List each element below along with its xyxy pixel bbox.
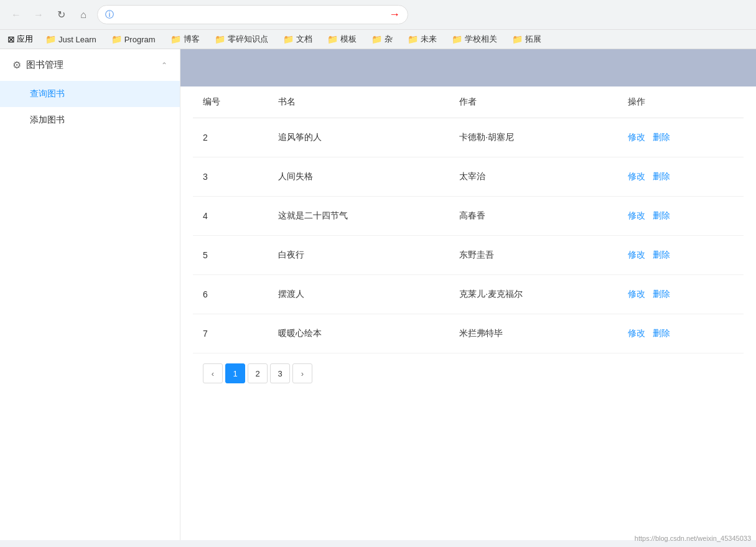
cell-title: 暖暖心绘本 [268,314,449,353]
table-body: 2追风筝的人卡德勒·胡塞尼修改删除3人间失格太宰治修改删除4这就是二十四节气高春… [193,118,744,353]
col-header-title: 书名 [268,86,449,118]
sidebar-highlight: 查询图书 [0,81,180,107]
cell-action: 修改删除 [618,236,744,275]
bookmark-docs[interactable]: 📁 文档 [281,32,315,46]
cell-action: 修改删除 [618,275,744,314]
main-header [180,49,756,86]
home-button[interactable]: ⌂ [75,6,92,24]
cell-title: 白夜行 [268,236,449,275]
edit-button[interactable]: 修改 [628,171,645,181]
bookmark-just-learn[interactable]: 📁 Just Learn [43,33,99,45]
browser-chrome: ← → ↻ ⌂ ⓘ localhost:8080/bookManage → ⊠ … [0,0,756,49]
cell-action: 修改删除 [618,197,744,236]
cell-id: 4 [193,197,268,236]
cell-title: 这就是二十四节气 [268,197,449,236]
folder-icon-1: 📁 [111,34,122,44]
bookmark-label-0: Just Learn [58,35,96,44]
next-page-button[interactable]: › [292,363,312,383]
table-header-row: 编号 书名 作者 操作 [193,86,744,118]
folder-icon-2: 📁 [170,34,181,44]
sidebar-menu-label: 图书管理 [26,59,63,71]
col-header-id: 编号 [193,86,268,118]
table-row: 2追风筝的人卡德勒·胡塞尼修改删除 [193,118,744,157]
main-content: 编号 书名 作者 操作 2追风筝的人卡德勒·胡塞尼修改删除3人间失格太宰治修改删… [180,49,756,540]
delete-button[interactable]: 删除 [653,328,670,338]
prev-page-button[interactable]: ‹ [203,363,223,383]
page-1-button[interactable]: 1 [225,363,245,383]
folder-icon-5: 📁 [327,34,338,44]
sidebar-add-label: 添加图书 [30,115,65,124]
sidebar-item-query-book[interactable]: 查询图书 [0,81,180,107]
apps-label: 应用 [17,34,33,45]
cell-author: 高春香 [449,197,618,236]
bookmark-label-3: 零碎知识点 [228,34,268,45]
url-input[interactable]: localhost:8080/bookManage [118,10,385,20]
table-row: 6摆渡人克莱儿·麦克福尔修改删除 [193,275,744,314]
col-header-action: 操作 [618,86,744,118]
bookmark-apps: ⊠ 应用 [7,34,33,45]
page-2-button[interactable]: 2 [248,363,268,383]
sidebar-query-label: 查询图书 [30,88,65,98]
table-row: 3人间失格太宰治修改删除 [193,157,744,197]
bookmark-label-5: 模板 [340,34,357,45]
folder-icon-8: 📁 [452,34,462,44]
folder-icon-9: 📁 [512,34,523,44]
folder-icon-7: 📁 [408,34,418,44]
cell-action: 修改删除 [618,157,744,197]
pagination: ‹ 1 2 3 › [193,353,744,393]
sidebar: ⚙ 图书管理 ⌃ 查询图书 添加图书 [0,49,180,540]
edit-button[interactable]: 修改 [628,210,645,220]
folder-icon-6: 📁 [371,34,382,44]
edit-button[interactable]: 修改 [628,250,645,259]
info-icon: ⓘ [105,9,114,21]
cell-id: 5 [193,236,268,275]
bookmark-blog[interactable]: 📁 博客 [168,32,202,46]
folder-icon-3: 📁 [215,34,225,44]
col-header-author: 作者 [449,86,618,118]
cell-author: 东野圭吾 [449,236,618,275]
cell-id: 6 [193,275,268,314]
bookmark-expand[interactable]: 📁 拓展 [510,32,544,46]
folder-icon-4: 📁 [283,34,294,44]
sidebar-menu-book-manage[interactable]: ⚙ 图书管理 ⌃ [0,49,180,81]
cell-title: 人间失格 [268,157,449,197]
edit-button[interactable]: 修改 [628,328,645,338]
cell-title: 摆渡人 [268,275,449,314]
cell-title: 追风筝的人 [268,118,449,157]
table-row: 4这就是二十四节气高春香修改删除 [193,197,744,236]
bookmark-label-9: 拓展 [525,34,541,45]
delete-button[interactable]: 删除 [653,250,670,259]
bookmark-future[interactable]: 📁 未来 [405,32,439,46]
cell-id: 2 [193,118,268,157]
delete-button[interactable]: 删除 [653,289,670,299]
delete-button[interactable]: 删除 [653,210,670,220]
refresh-button[interactable]: ↻ [52,6,70,24]
table-area: 编号 书名 作者 操作 2追风筝的人卡德勒·胡塞尼修改删除3人间失格太宰治修改删… [180,86,756,406]
bookmarks-bar: ⊠ 应用 📁 Just Learn 📁 Program 📁 博客 📁 零碎知识点… [0,29,756,49]
bookmark-label-2: 博客 [184,34,200,45]
bookmark-program[interactable]: 📁 Program [109,33,158,45]
edit-button[interactable]: 修改 [628,132,645,142]
folder-icon-0: 📁 [45,34,56,44]
bookmark-misc-knowledge[interactable]: 📁 零碎知识点 [212,32,271,46]
table-header: 编号 书名 作者 操作 [193,86,744,118]
page-layout: ⚙ 图书管理 ⌃ 查询图书 添加图书 编号 书名 作者 操作 [0,49,756,540]
cell-author: 太宰治 [449,157,618,197]
cell-author: 米拦弗特毕 [449,314,618,353]
bookmark-misc[interactable]: 📁 杂 [369,32,395,46]
bookmark-label-6: 杂 [385,34,393,45]
forward-button[interactable]: → [30,6,47,24]
sidebar-item-add-book[interactable]: 添加图书 [0,107,180,133]
bookmark-label-8: 学校相关 [465,34,497,45]
bookmark-school[interactable]: 📁 学校相关 [449,32,500,46]
cell-id: 3 [193,157,268,197]
edit-button[interactable]: 修改 [628,289,645,299]
back-button[interactable]: ← [7,6,25,24]
bookmark-template[interactable]: 📁 模板 [325,32,359,46]
chevron-up-icon: ⌃ [161,61,167,70]
cell-author: 卡德勒·胡塞尼 [449,118,618,157]
address-bar: ⓘ localhost:8080/bookManage → [97,5,408,24]
delete-button[interactable]: 删除 [653,171,670,181]
delete-button[interactable]: 删除 [653,132,670,142]
page-3-button[interactable]: 3 [270,363,290,383]
